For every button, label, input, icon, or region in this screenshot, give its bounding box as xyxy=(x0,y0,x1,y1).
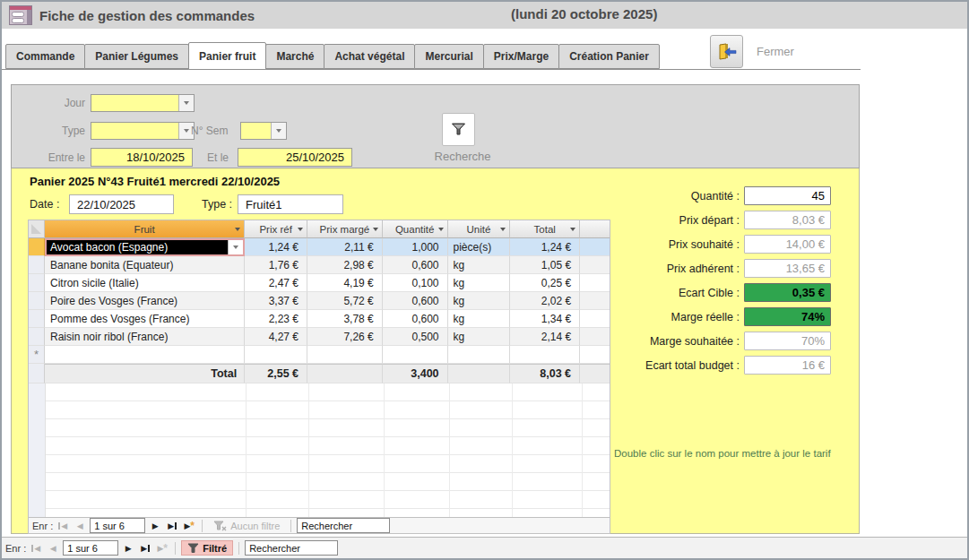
column-header-quantit[interactable]: Quantité xyxy=(383,220,448,238)
cell-fruit[interactable]: Banane bonita (Equateur) xyxy=(45,256,245,274)
cell-fruit[interactable]: Pomme des Vosges (France) xyxy=(45,310,245,328)
cell-quantite[interactable]: 0,100 xyxy=(383,274,448,292)
record-position-box[interactable]: 1 sur 6 xyxy=(63,540,118,556)
tab-prix-marge[interactable]: Prix/Marge xyxy=(483,44,559,69)
search-filter-button[interactable] xyxy=(442,113,475,146)
nsem-combobox[interactable] xyxy=(240,122,287,140)
chevron-down-icon[interactable] xyxy=(271,123,286,139)
record-position-box[interactable]: 1 sur 6 xyxy=(90,518,145,533)
cell-empty[interactable] xyxy=(45,346,245,364)
tab-cr-ation-panier[interactable]: Création Panier xyxy=(558,44,660,69)
close-button[interactable] xyxy=(710,35,743,68)
last-record-button[interactable]: ▶ xyxy=(165,520,179,532)
cell-prix-marge[interactable]: 4,19 € xyxy=(307,274,383,292)
new-record-button[interactable]: ▶* xyxy=(182,520,196,532)
cell-quantite[interactable]: 0,600 xyxy=(383,310,448,328)
cell-prix-marge[interactable]: 2,98 € xyxy=(307,256,383,274)
cell-quantite[interactable]: 0,500 xyxy=(383,328,448,346)
record-selector[interactable] xyxy=(29,274,45,292)
column-header-fruit[interactable]: Fruit xyxy=(45,220,245,238)
panier-date-input[interactable] xyxy=(69,194,174,214)
total-empty xyxy=(448,364,511,383)
cell-fruit[interactable]: Poire des Vosges (France) xyxy=(45,292,245,310)
panier-title: Panier 2025 N°43 Fruité1 mercredi 22/10/… xyxy=(30,175,280,188)
next-record-button[interactable]: ▶ xyxy=(148,520,162,532)
entre-le-label: Entre le xyxy=(12,151,85,164)
cell-prix-ref[interactable]: 2,23 € xyxy=(245,310,307,328)
tab-march[interactable]: Marché xyxy=(265,44,324,69)
record-selector[interactable] xyxy=(29,310,45,328)
cell-empty[interactable] xyxy=(245,346,307,364)
last-record-button[interactable]: ▶ xyxy=(138,542,152,555)
new-record-row[interactable]: * xyxy=(29,346,610,364)
column-filter-arrow-icon[interactable] xyxy=(235,228,240,231)
stat-value-quantit[interactable]: 45 xyxy=(744,186,831,205)
cell-empty[interactable] xyxy=(448,346,511,364)
cell-prix-ref[interactable]: 1,76 € xyxy=(245,256,307,274)
cell-prix-ref[interactable]: 3,37 € xyxy=(245,292,307,310)
filter-toggle-button[interactable]: Filtré xyxy=(181,540,233,556)
column-header-prix-r-f[interactable]: Prix réf xyxy=(245,220,307,238)
cell-unite[interactable]: kg xyxy=(448,274,511,292)
record-selector[interactable] xyxy=(29,328,45,346)
tab-achat-v-g-tal[interactable]: Achat végétal xyxy=(324,44,415,69)
tab-panier-fruit[interactable]: Panier fruit xyxy=(188,42,266,70)
cell-fruit[interactable]: Citron sicile (Italie) xyxy=(45,274,245,292)
table-row: Banane bonita (Equateur)1,76 €2,98 €0,60… xyxy=(29,256,610,274)
panier-type-input[interactable] xyxy=(238,194,343,214)
cell-prix-ref[interactable]: 2,47 € xyxy=(245,274,307,292)
cell-prix-ref[interactable]: 4,27 € xyxy=(245,328,307,346)
cell-fruit-editing[interactable]: Avocat bacon (Espagne) xyxy=(45,238,245,256)
chevron-down-icon[interactable] xyxy=(178,95,194,111)
stat-label: Marge réelle : xyxy=(546,311,744,323)
cell-empty[interactable] xyxy=(383,346,448,364)
record-search-input[interactable] xyxy=(297,518,390,533)
jour-combobox[interactable] xyxy=(91,94,195,112)
column-filter-arrow-icon[interactable] xyxy=(438,228,444,231)
cell-unite[interactable]: kg xyxy=(448,256,511,274)
column-filter-arrow-icon[interactable] xyxy=(500,228,506,231)
cell-unite[interactable]: pièce(s) xyxy=(448,238,511,256)
filter-toggle-button[interactable]: Aucun filtre xyxy=(208,518,285,533)
cell-unite[interactable]: kg xyxy=(448,292,511,310)
date-to-input[interactable] xyxy=(238,148,352,167)
double-click-hint: Double clic sur le nom pour mettre à jou… xyxy=(614,448,863,459)
cell-quantite[interactable]: 0,600 xyxy=(383,256,448,274)
first-record-button[interactable]: ◀ xyxy=(56,520,70,532)
next-record-button[interactable]: ▶ xyxy=(121,542,135,555)
date-from-input[interactable] xyxy=(91,148,193,167)
cell-prix-marge[interactable]: 5,72 € xyxy=(307,292,383,310)
cell-empty[interactable] xyxy=(307,346,383,364)
cell-unite[interactable]: kg xyxy=(448,328,511,346)
record-selector[interactable] xyxy=(29,292,45,310)
tab-mercurial[interactable]: Mercurial xyxy=(414,44,483,69)
new-record-button[interactable]: ▶* xyxy=(155,542,169,555)
record-selector[interactable] xyxy=(29,256,45,274)
current-record-selector[interactable] xyxy=(29,238,45,256)
cell-prix-marge[interactable]: 3,78 € xyxy=(307,310,383,328)
type-combobox[interactable] xyxy=(91,122,195,140)
cell-unite[interactable]: kg xyxy=(448,310,511,328)
previous-record-button[interactable]: ◀ xyxy=(46,542,60,555)
datasheet-corner-cell[interactable] xyxy=(29,220,45,238)
column-filter-arrow-icon[interactable] xyxy=(298,228,303,231)
new-record-selector[interactable]: * xyxy=(29,346,45,364)
cell-prix-marge[interactable]: 2,11 € xyxy=(307,238,383,256)
tab-panier-l-gumes[interactable]: Panier Légumes xyxy=(84,44,189,69)
cell-prix-marge[interactable]: 7,26 € xyxy=(307,328,383,346)
record-search-input[interactable] xyxy=(245,540,338,556)
column-header-prix-marg[interactable]: Prix margé xyxy=(307,220,383,238)
column-header-unit[interactable]: Unité xyxy=(448,220,511,238)
cell-quantite[interactable]: 0,600 xyxy=(383,292,448,310)
first-record-button[interactable]: ◀ xyxy=(29,542,43,555)
previous-record-button[interactable]: ◀ xyxy=(73,520,87,532)
fruit-combo-button[interactable] xyxy=(228,240,243,254)
cell-prix-ref[interactable]: 1,24 € xyxy=(245,238,307,256)
cell-fruit[interactable]: Raisin noir ribol (France) xyxy=(45,328,245,346)
fruit-name-selected-text: Avocat bacon (Espagne) xyxy=(47,240,228,254)
cell-quantite[interactable]: 1,000 xyxy=(383,238,448,256)
column-header-label: Prix réf xyxy=(259,224,291,235)
separator xyxy=(290,520,291,532)
tab-commande[interactable]: Commande xyxy=(5,44,85,69)
column-filter-arrow-icon[interactable] xyxy=(373,228,378,231)
